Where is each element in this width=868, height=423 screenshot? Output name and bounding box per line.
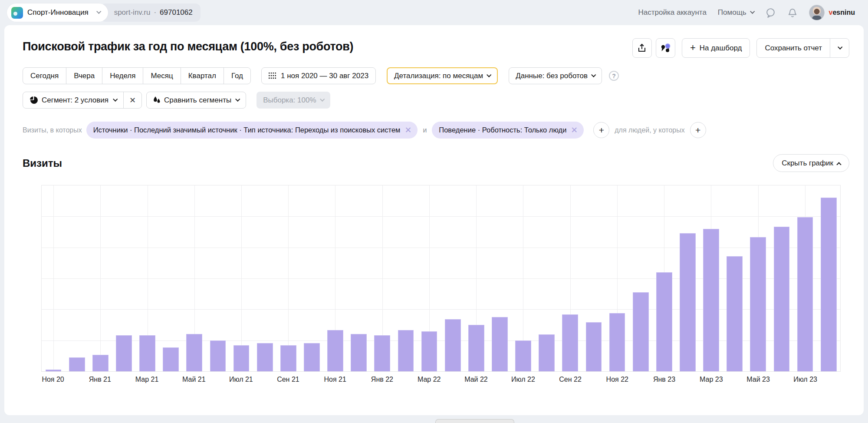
bar-slot [488,185,511,371]
metric-heading: Визиты [23,157,62,169]
add-user-condition-button[interactable]: + [690,122,706,138]
plus-icon: + [690,42,696,53]
add-visit-condition-button[interactable]: + [593,122,609,138]
bar-slot [230,185,253,371]
bar-Дек 21[interactable] [351,334,367,371]
bell-icon[interactable] [787,7,798,18]
segment-select[interactable]: Сегмент: 2 условия [23,92,123,108]
bar-Мар 22[interactable] [421,331,437,371]
period-month[interactable]: Месяц [143,68,181,84]
x-label-slot: Июл 21 [229,376,253,383]
bar-Май 21[interactable] [186,334,202,371]
bar-Окт 22[interactable] [586,322,602,371]
x-label-slot: Май 23 [746,376,770,383]
bar-Апр 21[interactable] [163,347,179,371]
bar-Апр 23[interactable] [727,256,743,371]
bar-Авг 23[interactable] [821,198,837,371]
bar-Окт 21[interactable] [304,343,320,371]
bar-Ноя 20[interactable] [46,370,62,371]
close-icon[interactable]: ✕ [404,125,411,135]
bar-Июн 21[interactable] [210,340,226,371]
x-label-slot [300,376,323,383]
scroll-peek-element[interactable] [435,419,514,423]
bar-Мар 21[interactable] [139,335,155,371]
period-week[interactable]: Неделя [102,68,143,84]
period-year[interactable]: Год [224,68,250,84]
detalization-select[interactable]: Детализация: по месяцам [387,67,498,84]
bar-Сен 21[interactable] [280,345,296,371]
chevron-down-icon [96,9,101,14]
page-title: Поисковой трафик за год по месяцам (100%… [23,38,353,53]
x-label-slot: Янв 21 [88,376,112,383]
bar-Дек 22[interactable] [633,292,649,371]
data-mode-select[interactable]: Данные: без роботов [509,67,602,84]
bar-Июл 23[interactable] [797,217,813,371]
bar-slot [605,185,629,371]
x-tick-label: Май 23 [746,376,770,383]
bar-Сен 22[interactable] [562,314,578,371]
bar-Июл 21[interactable] [233,345,250,371]
account-settings-link[interactable]: Настройка аккаунта [638,8,707,17]
save-report-menu-button[interactable] [830,39,849,57]
bar-slot [276,185,300,371]
bar-Апр 22[interactable] [445,319,461,371]
hide-chart-button[interactable]: Скрыть график [773,154,849,172]
bar-Дек 20[interactable] [69,357,85,371]
bar-Янв 22[interactable] [374,335,390,371]
x-tick-label: Мар 21 [135,376,159,383]
x-tick-label: Мар 23 [700,376,723,383]
sampling-select[interactable]: Выборка: 100% [256,92,330,109]
x-label-slot: Сен 22 [559,376,582,383]
bar-slot [300,185,323,371]
filter-chip-source[interactable]: Источники · Последний значимый источник … [86,122,418,139]
period-today[interactable]: Сегодня [23,68,66,84]
bar-Янв 21[interactable] [92,355,108,371]
bar-Ноя 22[interactable] [609,313,625,371]
ai-insights-button[interactable] [656,38,675,58]
chart-plot-area [41,185,841,372]
date-range-value: 1 ноя 2020 — 30 авг 2023 [281,72,368,80]
close-icon[interactable]: ✕ [571,125,578,135]
counter-selector[interactable]: Спорт-Инновация [7,3,108,22]
filter-chip-source-label: Источники · Последний значимый источник … [93,126,401,134]
x-label-slot: Май 22 [464,376,488,383]
x-label-slot [394,376,417,383]
bar-Май 22[interactable] [468,325,484,371]
segment-clear-button[interactable]: ✕ [123,92,141,108]
bar-Янв 23[interactable] [656,272,672,371]
bar-Июн 22[interactable] [492,317,508,371]
bar-Фев 23[interactable] [680,233,696,371]
compare-segments-button[interactable]: Сравнить сегменты [146,92,246,109]
bar-Авг 21[interactable] [257,343,273,371]
bar-Авг 22[interactable] [539,334,555,371]
bar-Июл 22[interactable] [515,340,531,371]
chat-bubble-icon[interactable] [765,7,776,18]
bar-Июн 23[interactable] [774,227,790,371]
x-label-slot: Июл 23 [793,376,817,383]
bar-Мар 23[interactable] [703,229,719,371]
bar-Фев 22[interactable] [398,330,414,371]
save-report-button[interactable]: Сохранить отчет [757,39,830,57]
chevron-down-icon [591,72,596,77]
droplets-compare-icon [153,96,161,104]
separator-dot: · [154,8,156,17]
filter-chip-robots[interactable]: Поведение · Роботность: Только люди ✕ [432,122,584,139]
pie-segment-icon [30,96,38,104]
user-menu[interactable]: vesninu [809,5,855,20]
bar-Фев 21[interactable] [116,335,132,371]
help-menu[interactable]: Помощь [718,8,754,17]
export-button[interactable] [632,38,652,58]
bar-Май 23[interactable] [750,237,766,371]
add-to-dashboard-button[interactable]: + На дашборд [682,38,750,58]
period-yesterday[interactable]: Вчера [66,68,102,84]
x-tick-label: Май 21 [182,376,206,383]
calendar-grid-icon [269,73,276,79]
bar-slot [723,185,746,371]
date-range-button[interactable]: 1 ноя 2020 — 30 авг 2023 [261,67,376,84]
period-quarter[interactable]: Квартал [181,68,224,84]
bar-slot [89,185,112,371]
bar-slot [676,185,699,371]
bar-Ноя 21[interactable] [327,330,343,371]
bar-slot [65,185,89,371]
question-icon[interactable]: ? [609,71,619,81]
